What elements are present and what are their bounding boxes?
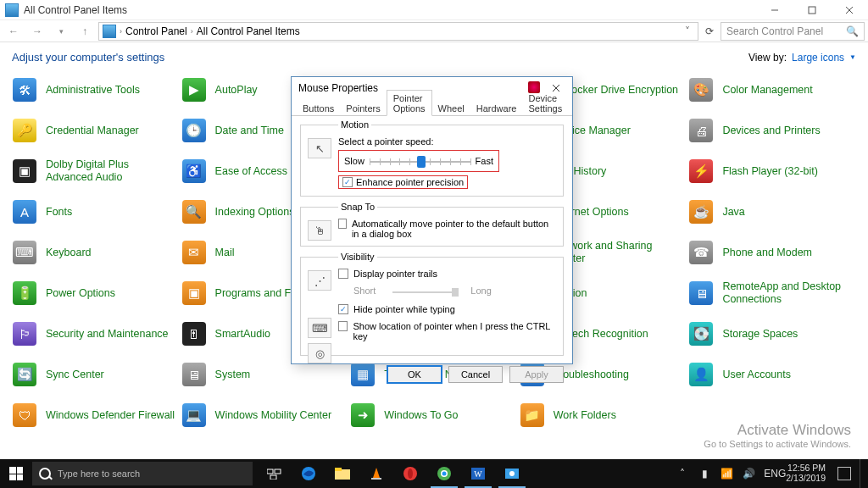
pointer-trails-checkbox[interactable] <box>338 269 348 279</box>
task-view-button[interactable] <box>258 459 292 488</box>
cp-item-remoteapp-and-desktop-connections[interactable]: 🖥RemoteApp and Desktop Connections <box>688 279 853 308</box>
tray-wifi-icon[interactable]: 📶 <box>720 468 733 480</box>
snap-to-legend: Snap To <box>338 202 377 212</box>
taskbar-clock[interactable]: 12:56 PM 2/13/2019 <box>786 463 829 483</box>
taskbar: Type here to search W ˄ ▮ 📶 🔊 ENG 12:56 … <box>0 459 868 488</box>
cp-item-phone-and-modem[interactable]: ☎Phone and Modem <box>688 238 853 267</box>
cp-item-user-accounts[interactable]: 👤User Accounts <box>688 360 853 389</box>
tray-volume-icon[interactable]: 🔊 <box>742 468 755 480</box>
pointer-trails-icon: ⋰ <box>308 270 331 291</box>
cp-item-windows-mobility-center[interactable]: 💻Windows Mobility Center <box>181 401 346 430</box>
cp-item-label: Storage Spaces <box>722 328 798 341</box>
start-button[interactable] <box>0 459 32 488</box>
app-edge[interactable] <box>292 459 326 488</box>
search-input[interactable]: Search Control Panel 🔍 <box>721 22 865 41</box>
app-opera[interactable] <box>393 459 427 488</box>
app-chrome[interactable] <box>427 459 461 488</box>
tray-show-hidden-icon[interactable]: ˄ <box>676 468 689 480</box>
cp-item-administrative-tools[interactable]: 🛠Administrative Tools <box>12 75 176 104</box>
slider-thumb[interactable] <box>417 156 426 168</box>
svg-rect-11 <box>335 468 342 471</box>
breadcrumb-segment[interactable]: Control Panel <box>125 25 187 37</box>
ok-button[interactable]: OK <box>387 366 442 383</box>
cp-item-icon: 💻 <box>181 402 207 428</box>
cp-item-icon: ▣ <box>12 158 37 184</box>
tray-battery-icon[interactable]: ▮ <box>698 468 711 480</box>
nav-up-button[interactable]: ↑ <box>75 25 95 37</box>
close-button[interactable] <box>831 0 868 20</box>
cp-item-windows-defender-firewall[interactable]: 🛡Windows Defender Firewall <box>12 401 176 430</box>
minimize-button[interactable] <box>756 0 793 20</box>
tab-device-settings[interactable]: Device Settings <box>522 79 568 115</box>
app-word[interactable]: W <box>461 459 495 488</box>
snap-to-checkbox[interactable] <box>338 219 347 229</box>
hide-pointer-checkbox[interactable] <box>338 304 348 314</box>
tab-pointers[interactable]: Pointers <box>340 101 386 115</box>
cancel-button[interactable]: Cancel <box>448 366 503 383</box>
enhance-precision-checkbox[interactable] <box>342 177 353 187</box>
ctrl-locate-label: Show location of pointer when I press th… <box>353 321 556 341</box>
taskbar-date: 2/13/2019 <box>786 474 826 484</box>
app-vlc[interactable] <box>359 459 393 488</box>
cp-item-power-options[interactable]: 🔋Power Options <box>12 279 176 308</box>
cp-item-label: Indexing Options <box>215 206 295 219</box>
cp-item-icon: ☎ <box>688 240 714 265</box>
taskbar-search-input[interactable]: Type here to search <box>32 462 253 485</box>
nav-forward-button[interactable]: → <box>27 25 47 37</box>
cp-item-java[interactable]: ☕Java <box>688 197 853 226</box>
action-center-button[interactable] <box>837 467 851 480</box>
app-control-panel[interactable] <box>495 459 529 488</box>
refresh-button[interactable]: ⟳ <box>702 25 717 37</box>
trails-long-label: Long <box>470 286 491 296</box>
cp-item-label: Credential Manager <box>46 125 139 137</box>
maximize-button[interactable] <box>793 0 831 20</box>
tab-wheel[interactable]: Wheel <box>432 101 470 115</box>
cp-item-windows-to-go[interactable]: ➜Windows To Go <box>350 401 515 430</box>
dialog-button-row: OK Cancel Apply <box>292 361 572 388</box>
ctrl-locate-checkbox[interactable] <box>338 321 348 331</box>
enhance-precision-highlight: Enhance pointer precision <box>338 175 468 189</box>
cp-item-work-folders[interactable]: 📁Work Folders <box>520 401 684 430</box>
cp-item-icon: ▶ <box>181 77 207 103</box>
breadcrumb[interactable]: › Control Panel › All Control Panel Item… <box>98 22 698 41</box>
cp-item-icon: 📁 <box>520 402 545 428</box>
app-file-explorer[interactable] <box>326 459 359 488</box>
cp-item-sync-center[interactable]: 🔄Sync Center <box>12 360 176 389</box>
show-desktop-button[interactable] <box>860 459 865 488</box>
cp-item-color-management[interactable]: 🎨Color Management <box>688 75 853 104</box>
trails-short-label: Short <box>353 286 376 296</box>
view-by-selector[interactable]: View by: Large icons ▼ <box>748 52 856 64</box>
view-by-label: View by: <box>748 52 787 64</box>
cp-item-icon: 🖥 <box>688 280 714 306</box>
search-placeholder: Search Control Panel <box>726 25 823 37</box>
activate-subtitle: Go to Settings to activate Windows. <box>704 439 851 449</box>
tab-buttons[interactable]: Buttons <box>297 101 340 115</box>
pointer-speed-slider[interactable] <box>370 153 470 169</box>
cp-item-flash-player-32-bit[interactable]: ⚡Flash Player (32-bit) <box>688 157 853 186</box>
cp-item-security-and-maintenance[interactable]: 🏳Security and Maintenance <box>12 319 176 348</box>
cp-item-label: SmartAudio <box>215 328 270 341</box>
tab-pointer-options[interactable]: Pointer Options <box>387 90 432 116</box>
nav-back-button[interactable]: ← <box>3 25 24 37</box>
cp-item-fonts[interactable]: AFonts <box>12 197 176 226</box>
cp-item-label: AutoPlay <box>215 84 258 97</box>
cp-item-keyboard[interactable]: ⌨Keyboard <box>12 238 176 267</box>
cp-item-icon: 🔍 <box>181 199 207 225</box>
svg-rect-6 <box>267 469 273 474</box>
cp-item-label: Keyboard <box>46 247 92 259</box>
cp-item-storage-spaces[interactable]: 💽Storage Spaces <box>688 319 853 348</box>
tab-hardware[interactable]: Hardware <box>470 101 523 115</box>
snap-to-label: Automatically move pointer to the defaul… <box>352 219 556 239</box>
nav-recent-button[interactable]: ▾ <box>51 27 71 36</box>
tray-language-indicator[interactable]: ENG <box>764 468 777 480</box>
speed-slow-label: Slow <box>344 156 364 166</box>
cp-item-dolby-digital-plus-advanced-audio[interactable]: ▣Dolby Digital Plus Advanced Audio <box>12 157 176 186</box>
cp-item-icon: ⌨ <box>12 240 37 265</box>
breadcrumb-segment[interactable]: All Control Panel Items <box>197 25 300 37</box>
cp-item-devices-and-printers[interactable]: 🖨Devices and Printers <box>688 116 853 145</box>
chevron-down-icon[interactable]: ˅ <box>681 25 694 37</box>
apply-button[interactable]: Apply <box>509 366 564 383</box>
cp-item-credential-manager[interactable]: 🔑Credential Manager <box>12 116 176 145</box>
cp-item-icon: 🔑 <box>12 118 37 143</box>
cp-item-label: Windows Defender Firewall <box>46 409 175 422</box>
